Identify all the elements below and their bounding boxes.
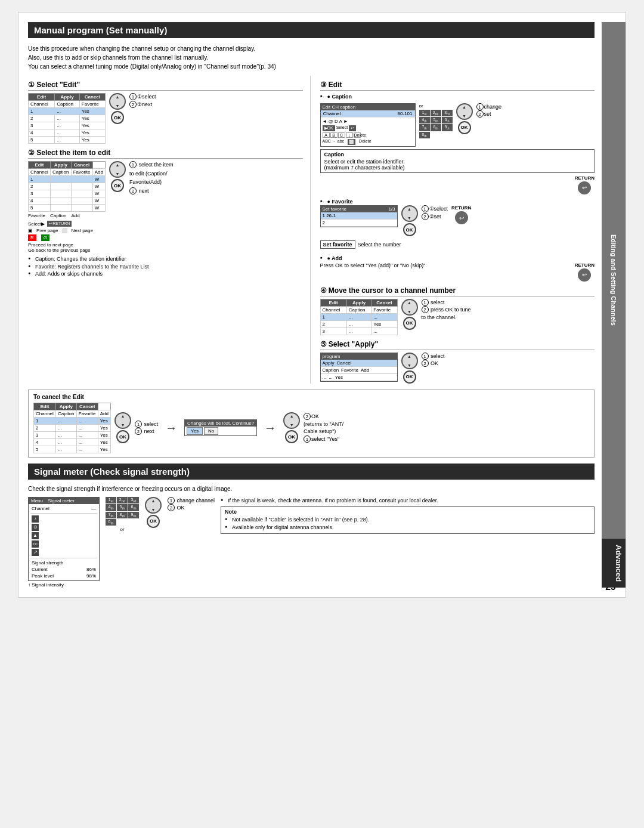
signal-nav: OK xyxy=(145,497,162,528)
ok-button-3[interactable]: OK xyxy=(458,121,471,134)
prog-row: ... ... Yes xyxy=(321,374,397,381)
table-row: 3W xyxy=(29,190,106,197)
table-row: 1...Yes xyxy=(29,108,106,115)
caption-sub-heading: ● Caption xyxy=(320,93,595,101)
sidebar-bottom-label: Advanced xyxy=(602,539,626,588)
step2-content: Edit Apply Cancel ChannelCaptionFavorite… xyxy=(28,161,303,253)
table-row: 2......Yes xyxy=(34,424,111,431)
th-edit: Edit xyxy=(29,94,55,101)
return-wrap3: RETURN ↩ xyxy=(575,262,595,282)
signal-bullets-wrap: If the signal is weak, check the antenna… xyxy=(221,497,595,534)
signal-intensity-label: ↑ Signal intensity xyxy=(28,582,100,588)
table-row: 4...Yes xyxy=(29,129,106,137)
step4-table-wrap: EditApplyCancel ChannelCaptionFavorite 1… xyxy=(320,299,398,335)
step2-colors: R G xyxy=(28,234,106,241)
ok-button-6[interactable]: OK xyxy=(403,370,416,384)
step1: ① Select "Edit" Edit Apply Cancel xyxy=(28,81,303,144)
nav-circle-6[interactable] xyxy=(401,353,418,369)
fav-row: 2 xyxy=(321,220,397,227)
table-row: ChannelCaptionFavorite xyxy=(29,101,106,108)
caption-instructions: 1change 2set xyxy=(476,103,502,118)
right-column: ③ Edit ● Caption Edit CH caption Channel… xyxy=(318,76,595,384)
step5-content: program Apply Cancel Caption Favorite Ad… xyxy=(320,353,595,384)
table-row: ChannelCaptionFavoriteAdd xyxy=(29,169,106,176)
ok-button-4[interactable]: OK xyxy=(403,223,416,236)
cancel-instructions1: 1 select 2 next xyxy=(135,421,158,435)
nav-circle-2[interactable] xyxy=(109,161,126,178)
ok-button-2[interactable]: OK xyxy=(111,179,124,192)
step5-prog-table: program Apply Cancel Caption Favorite Ad… xyxy=(320,353,398,382)
signal-content: Menu Signal meter Channel — ♪ ⊙ xyxy=(28,497,595,588)
nav-circle-signal[interactable] xyxy=(145,497,162,514)
table-row: 4......Yes xyxy=(34,438,111,446)
fav-table-wrap: Set favorite 1/3 1 26-1 2 xyxy=(320,205,398,227)
step5: ⑤ Select "Apply" program Apply Cancel Ca xyxy=(320,340,595,384)
nav-circle-5[interactable] xyxy=(401,299,418,316)
page-container: Manual program (Set manually) Use this p… xyxy=(18,12,626,598)
cancel-nav1: OK xyxy=(114,412,131,443)
nav-circle-8[interactable] xyxy=(283,412,300,429)
return-icon-3[interactable]: ↩ xyxy=(578,268,591,282)
step5-heading: ⑤ Select "Apply" xyxy=(320,340,595,350)
step2-instructions: 1 select the item to edit (Caption/ Favo… xyxy=(129,161,174,194)
step1-content: Edit Apply Cancel ChannelCaptionFavorite xyxy=(28,93,303,144)
return-icon-2[interactable]: ↩ xyxy=(455,211,468,224)
signal-menu-row: ⊙ xyxy=(30,523,97,532)
changes-dialog: Changes will be lost. Continue? Yes No xyxy=(184,419,257,436)
table-row: 5...Yes xyxy=(29,137,106,144)
step2-prevnext2: ▣ Prev page ⬜ Next page xyxy=(28,228,106,233)
step2-prevnext: Select▶ ↩RETURN xyxy=(28,221,106,227)
step1-table: Edit Apply Cancel ChannelCaptionFavorite xyxy=(28,93,106,144)
nav-circle-7[interactable] xyxy=(114,412,131,429)
nav-circle-4[interactable] xyxy=(401,205,418,222)
section2: Signal meter (Check signal strength) Che… xyxy=(28,464,595,588)
cancel-table-wrap: EditApplyCancel ChannelCaptionFavoriteAd… xyxy=(33,403,111,453)
step2-nav: OK xyxy=(109,161,126,192)
cancel-table: EditApplyCancel ChannelCaptionFavoriteAd… xyxy=(33,403,111,453)
step5-nav: OK xyxy=(401,353,418,384)
section2-intro: Check the signal strength if interferenc… xyxy=(28,486,595,492)
ok-button-8[interactable]: OK xyxy=(285,430,298,443)
return-wrap1: RETURN ↩ xyxy=(320,175,595,194)
section2-header: Signal meter (Check signal strength) xyxy=(28,464,595,480)
ok-button[interactable]: OK xyxy=(111,111,124,124)
signal-menu-wrap: Menu Signal meter Channel — ♪ ⊙ xyxy=(28,497,100,588)
step2-proceed: Proceed to next page xyxy=(28,242,106,248)
ok-button-7[interactable]: OK xyxy=(116,430,129,443)
step1-heading: ① Select "Edit" xyxy=(28,81,303,91)
signal-instructions: 1 change channel 2 OK xyxy=(168,497,215,512)
nav-circle-3[interactable] xyxy=(456,103,473,120)
cancel-nav2: OK xyxy=(283,412,300,443)
return-wrap2: RETURN ↩ xyxy=(451,205,471,224)
signal-menu-row: cc xyxy=(30,540,97,548)
table-row: 3...... xyxy=(320,328,397,335)
signal-menu-row: ↗ xyxy=(30,548,97,557)
step2-heading: ② Select the item to edit xyxy=(28,149,303,159)
main-two-col: ① Select "Edit" Edit Apply Cancel xyxy=(28,76,595,384)
cancel-instructions2: 2OK (returns to "ANT/ Cable setup") 1sel… xyxy=(304,413,343,443)
step4-instructions: 1 select 2 press OK to tune to the chann… xyxy=(422,299,471,322)
no-button[interactable]: No xyxy=(204,427,218,435)
step2: ② Select the item to edit Edit Apply Can… xyxy=(28,149,303,278)
note-box: Note Not available if "Cable" is selecte… xyxy=(221,506,595,533)
add-sub-heading: ● Add xyxy=(320,255,595,262)
intro-text: Use this procedure when changing the cha… xyxy=(28,44,595,71)
ok-button-5[interactable]: OK xyxy=(403,317,416,330)
fav-instructions: 1①select 2②set xyxy=(422,205,448,220)
signal-menu-row: ♪ xyxy=(30,515,97,523)
sidebar-top-label: Editing and Setting Channels xyxy=(602,22,626,539)
step2-table-wrap: Edit Apply Cancel ChannelCaptionFavorite… xyxy=(28,161,106,253)
left-column: ① Select "Edit" Edit Apply Cancel xyxy=(28,76,311,384)
step1-instructions: 1①select 2②next xyxy=(129,93,156,108)
nav-circle[interactable] xyxy=(109,93,126,110)
prog-row: Caption Favorite Add xyxy=(321,367,397,374)
step5-instructions: 1 select 2 OK xyxy=(422,353,445,367)
yes-button[interactable]: Yes xyxy=(187,427,203,435)
cancel-header: To cancel the Edit xyxy=(33,394,589,400)
return-icon[interactable]: ↩ xyxy=(578,181,591,194)
table-row: ChannelCaptionFavorite xyxy=(320,306,397,313)
table-row: 3......Yes xyxy=(34,431,111,438)
table-row: 2...Yes xyxy=(320,320,397,328)
ok-button-signal[interactable]: OK xyxy=(147,515,160,528)
step2-table: Edit Apply Cancel ChannelCaptionFavorite… xyxy=(28,161,106,212)
